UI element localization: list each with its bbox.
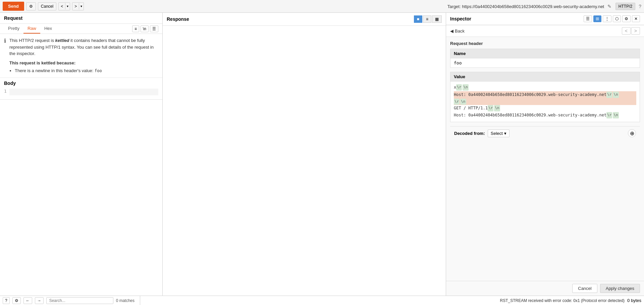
send-button[interactable]: Send bbox=[3, 2, 24, 11]
body-content: 1 bbox=[4, 87, 158, 97]
inspector-list-btn[interactable]: ☰ bbox=[584, 15, 592, 22]
value-table: Value x \r \n Host: 0a44002404b658ed8011… bbox=[450, 72, 640, 122]
view-grid-button[interactable]: ▦ bbox=[432, 15, 442, 23]
response-title: Response bbox=[167, 16, 189, 22]
response-header: Response ■ ≡ ▦ bbox=[163, 13, 446, 26]
apply-changes-button[interactable]: Apply changes bbox=[600, 284, 640, 293]
inspector-panel: Inspector ☰ ⊞ ⋮ ⬡ ⚙ ✕ ◀ Back < > Request… bbox=[446, 13, 644, 296]
inspector-settings-btn[interactable]: ⚙ bbox=[622, 15, 631, 22]
warning-italic: kettled bbox=[55, 38, 69, 43]
forward-caret[interactable]: ▾ bbox=[79, 3, 84, 9]
line-number: 1 bbox=[4, 89, 7, 95]
help-icon[interactable]: ? bbox=[639, 4, 641, 9]
warning-box: ℹ This HTTP/2 request is kettled it cont… bbox=[0, 34, 162, 78]
main-container: Request Pretty Raw Hex ≡ \n ☰ ℹ This HTT… bbox=[0, 13, 644, 296]
name-header: Name bbox=[450, 49, 640, 58]
forward-arrow[interactable]: > bbox=[72, 3, 79, 10]
line-content[interactable] bbox=[9, 89, 158, 95]
separator bbox=[140, 296, 497, 305]
body-title: Body bbox=[4, 81, 158, 86]
inspector-split-btn[interactable]: ⊞ bbox=[593, 15, 601, 22]
name-value[interactable]: foo bbox=[450, 58, 640, 67]
back-button[interactable]: ◀ Back bbox=[450, 29, 465, 34]
select-label: Select bbox=[491, 131, 503, 136]
inspector-close-btn[interactable]: ✕ bbox=[632, 15, 640, 22]
request-panel: Request Pretty Raw Hex ≡ \n ☰ ℹ This HTT… bbox=[0, 13, 163, 296]
request-tab-bar: Pretty Raw Hex ≡ \n ☰ bbox=[0, 24, 162, 34]
value-line-4: GET / HTTP/1.1 \r \n bbox=[454, 105, 636, 111]
bytes-count: 0 bytes bbox=[627, 298, 641, 303]
forward-bottom-btn[interactable]: → bbox=[35, 297, 44, 304]
warning-code: foo bbox=[95, 68, 102, 73]
view-list-button[interactable]: ≡ bbox=[423, 15, 431, 23]
response-panel: Response ■ ≡ ▦ bbox=[163, 13, 446, 296]
back-chevron-icon: ◀ bbox=[450, 29, 453, 34]
cancel-button[interactable]: Cancel bbox=[38, 2, 56, 10]
esc-n-5: \n bbox=[613, 112, 619, 118]
match-count: 0 matches bbox=[116, 298, 135, 303]
value-text-4: GET / HTTP/1.1 bbox=[454, 105, 488, 111]
tab-pretty[interactable]: Pretty bbox=[4, 24, 23, 34]
newline-button[interactable]: \n bbox=[141, 26, 149, 32]
protocol-badge: HTTP/2 bbox=[615, 3, 635, 10]
esc-r-2: \r bbox=[606, 92, 612, 98]
tab-hex[interactable]: Hex bbox=[40, 24, 56, 34]
warning-bold: This request is kettled because: bbox=[9, 60, 158, 66]
view-icons: ■ ≡ ▦ bbox=[414, 15, 442, 23]
value-header: Value bbox=[450, 72, 640, 82]
nav-arrows: < > bbox=[622, 27, 640, 35]
tab-icons: ≡ \n ☰ bbox=[132, 26, 158, 32]
cancel-action-button[interactable]: Cancel bbox=[572, 284, 597, 293]
action-row: Cancel Apply changes bbox=[446, 281, 644, 296]
esc-n-2: \n bbox=[613, 92, 619, 98]
decoded-select[interactable]: Select ▾ bbox=[488, 130, 509, 137]
inspector-menu-btn[interactable]: ⋮ bbox=[603, 15, 611, 22]
warning-text-before: This HTTP/2 request is bbox=[9, 38, 55, 43]
esc-n-1: \n bbox=[463, 84, 468, 91]
value-content[interactable]: x \r \n Host: 0a44002404b658ed8011623400… bbox=[450, 82, 640, 122]
decoded-label: Decoded from: bbox=[454, 131, 485, 136]
inspector-content: Request header Name foo Value x \r \n bbox=[446, 37, 644, 281]
value-text-1: x bbox=[454, 84, 456, 91]
view-split-button[interactable]: ■ bbox=[414, 15, 422, 23]
inspector-icons: ☰ ⊞ ⋮ ⬡ ⚙ ✕ bbox=[584, 15, 640, 22]
back-label: Back bbox=[455, 29, 465, 34]
nav-prev-btn[interactable]: < bbox=[622, 27, 631, 35]
value-line-3: \r \n bbox=[454, 98, 636, 105]
back-bottom-btn[interactable]: ← bbox=[23, 297, 32, 304]
request-header: Request bbox=[0, 13, 162, 24]
settings-bottom-icon[interactable]: ⚙ bbox=[12, 297, 21, 304]
body-section: Body 1 bbox=[0, 78, 162, 100]
wrap-button[interactable]: ≡ bbox=[132, 26, 139, 32]
target-prefix: Target: bbox=[447, 4, 461, 9]
back-nav[interactable]: < ▾ bbox=[58, 2, 70, 10]
warning-text: This HTTP/2 request is kettled it contai… bbox=[9, 37, 158, 74]
status-text: RST_STREAM received with error code: 0x1… bbox=[500, 298, 625, 303]
back-caret[interactable]: ▾ bbox=[65, 3, 70, 9]
add-button[interactable]: ⊕ bbox=[628, 129, 636, 137]
esc-n-4: \n bbox=[494, 105, 500, 111]
menu-button[interactable]: ☰ bbox=[150, 26, 158, 32]
search-input[interactable] bbox=[46, 297, 113, 304]
value-text-5: Host: 0a44002404b658ed80116234006c0029.w… bbox=[454, 112, 606, 118]
name-table: Name foo bbox=[450, 49, 640, 68]
section-title: Request header bbox=[450, 41, 640, 46]
back-arrow[interactable]: < bbox=[59, 3, 65, 10]
edit-icon[interactable]: ✎ bbox=[607, 4, 611, 9]
top-toolbar: Send ⚙ Cancel < ▾ > ▾ Target: https://0a… bbox=[0, 0, 644, 13]
value-line-1: x \r \n bbox=[454, 84, 636, 91]
warning-list-item: There is a newline in this header's valu… bbox=[15, 67, 158, 74]
value-text-2: Host: 0a44002404b658ed80116234006c0029.w… bbox=[454, 92, 606, 98]
esc-r-4: \r bbox=[488, 105, 493, 111]
inspector-expand-btn[interactable]: ⬡ bbox=[613, 15, 621, 22]
help-bottom-icon[interactable]: ? bbox=[3, 297, 10, 304]
nav-next-btn[interactable]: > bbox=[631, 27, 640, 35]
inspector-nav: ◀ Back < > bbox=[446, 25, 644, 37]
forward-nav[interactable]: > ▾ bbox=[72, 2, 84, 10]
target-url-text: https://0a44002404b658ed80116234006c0029… bbox=[462, 4, 604, 9]
request-title: Request bbox=[4, 15, 22, 21]
settings-button[interactable]: ⚙ bbox=[26, 2, 36, 10]
warning-icon: ℹ bbox=[4, 38, 6, 74]
warning-list: There is a newline in this header's valu… bbox=[9, 67, 158, 74]
tab-raw[interactable]: Raw bbox=[23, 24, 40, 34]
